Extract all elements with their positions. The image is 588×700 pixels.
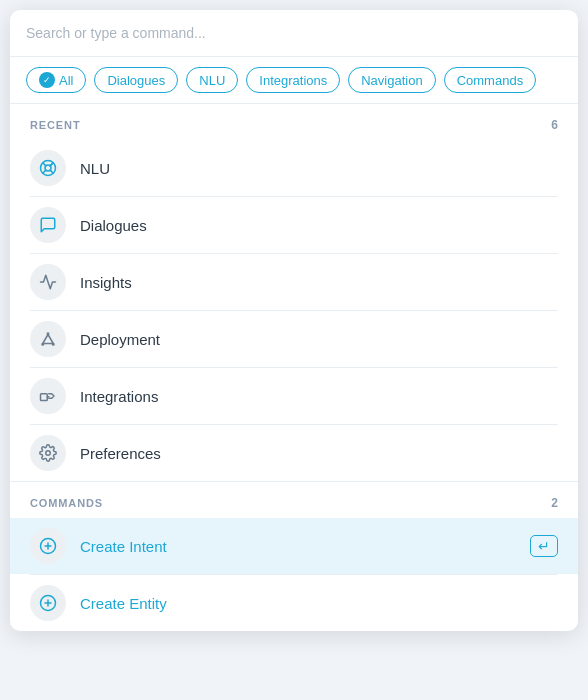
insights-icon-container [30,264,66,300]
create-intent-icon [39,537,57,555]
create-entity-icon [39,594,57,612]
svg-line-2 [43,163,46,166]
command-palette: ✓ All Dialogues NLU Integrations Navigat… [10,10,578,631]
check-icon: ✓ [39,72,55,88]
recent-title: RECENT [30,119,81,131]
list-item-dialogues[interactable]: Dialogues [10,197,578,253]
svg-point-15 [46,451,51,456]
list-item-insights[interactable]: Insights [10,254,578,310]
nlu-label: NLU [80,160,110,177]
create-intent-icon-container [30,528,66,564]
svg-line-10 [43,335,48,344]
dialogues-icon [39,216,57,234]
chip-dialogues-label: Dialogues [107,73,165,88]
deployment-icon [39,330,57,348]
svg-rect-13 [41,394,48,401]
integrations-icon-container [30,378,66,414]
preferences-icon-container [30,435,66,471]
create-entity-icon-container [30,585,66,621]
recent-count: 6 [551,118,558,132]
recent-section: RECENT 6 NLU [10,104,578,481]
list-item-integrations[interactable]: Integrations [10,368,578,424]
preferences-label: Preferences [80,445,161,462]
chip-all[interactable]: ✓ All [26,67,86,93]
commands-section-header: COMMANDS 2 [10,482,578,518]
list-item-nlu[interactable]: NLU [10,140,578,196]
chip-all-label: All [59,73,73,88]
svg-line-6 [43,170,46,173]
enter-badge: ↵ [530,535,558,557]
chip-navigation[interactable]: Navigation [348,67,435,93]
recent-section-header: RECENT 6 [10,104,578,140]
list-item-deployment[interactable]: Deployment [10,311,578,367]
search-input[interactable] [26,25,562,41]
chip-nlu-label: NLU [199,73,225,88]
nlu-icon-container [30,150,66,186]
chip-navigation-label: Navigation [361,73,422,88]
list-item-preferences[interactable]: Preferences [10,425,578,481]
commands-count: 2 [551,496,558,510]
chip-integrations-label: Integrations [259,73,327,88]
svg-line-3 [50,170,53,173]
create-intent-label: Create Intent [80,538,167,555]
insights-icon [39,273,57,291]
chip-dialogues[interactable]: Dialogues [94,67,178,93]
svg-line-5 [50,163,53,166]
chip-commands-label: Commands [457,73,523,88]
nlu-icon [39,159,57,177]
svg-line-11 [48,335,53,344]
dialogues-label: Dialogues [80,217,147,234]
filter-chips: ✓ All Dialogues NLU Integrations Navigat… [10,57,578,104]
list-item-create-entity[interactable]: Create Entity [10,575,578,631]
integrations-icon [39,387,57,405]
deployment-label: Deployment [80,331,160,348]
preferences-icon [39,444,57,462]
chip-commands[interactable]: Commands [444,67,536,93]
chip-nlu[interactable]: NLU [186,67,238,93]
integrations-label: Integrations [80,388,158,405]
list-item-create-intent[interactable]: Create Intent ↵ [10,518,578,574]
create-entity-label: Create Entity [80,595,167,612]
commands-section: COMMANDS 2 Create Intent ↵ [10,481,578,631]
commands-title: COMMANDS [30,497,103,509]
insights-label: Insights [80,274,132,291]
chip-integrations[interactable]: Integrations [246,67,340,93]
search-bar [10,10,578,57]
deployment-icon-container [30,321,66,357]
dialogues-icon-container [30,207,66,243]
